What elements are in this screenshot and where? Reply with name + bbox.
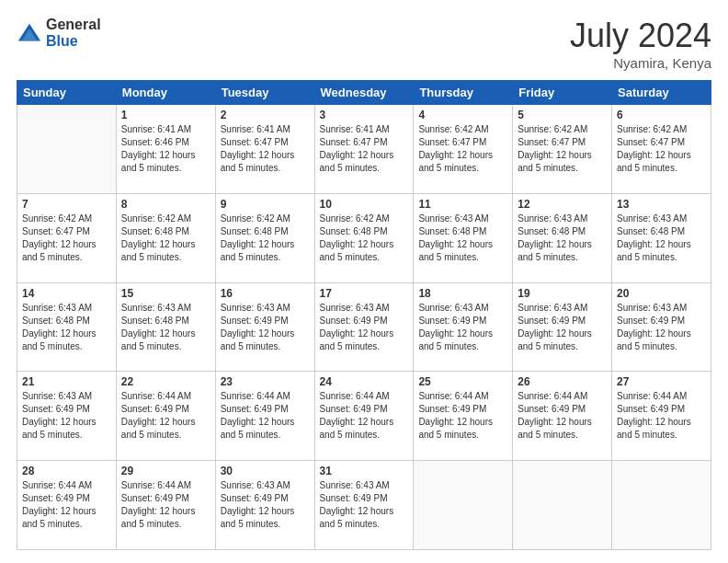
calendar-cell: 6Sunrise: 6:42 AMSunset: 6:47 PMDaylight… — [612, 105, 711, 194]
day-info: Sunrise: 6:42 AMSunset: 6:47 PMDaylight:… — [617, 123, 706, 175]
title-block: July 2024 Nyamira, Kenya — [570, 17, 711, 71]
day-info: Sunrise: 6:42 AMSunset: 6:48 PMDaylight:… — [121, 213, 210, 264]
day-number: 27 — [617, 375, 706, 388]
weekday-tuesday: Tuesday — [215, 81, 314, 105]
calendar-cell: 24Sunrise: 6:44 AMSunset: 6:49 PMDayligh… — [314, 372, 414, 461]
day-info: Sunrise: 6:43 AMSunset: 6:49 PMDaylight:… — [320, 302, 409, 353]
day-number: 12 — [518, 198, 607, 211]
day-number: 15 — [121, 287, 210, 300]
calendar-cell: 8Sunrise: 6:42 AMSunset: 6:48 PMDaylight… — [116, 193, 215, 282]
day-info: Sunrise: 6:43 AMSunset: 6:49 PMDaylight:… — [418, 302, 507, 353]
day-info: Sunrise: 6:44 AMSunset: 6:49 PMDaylight:… — [518, 390, 607, 442]
day-number: 24 — [320, 375, 409, 388]
day-number: 1 — [121, 109, 210, 121]
day-number: 2 — [221, 109, 310, 121]
calendar-cell: 7Sunrise: 6:42 AMSunset: 6:47 PMDaylight… — [17, 193, 117, 282]
calendar: Sunday Monday Tuesday Wednesday Thursday… — [17, 80, 711, 550]
calendar-cell: 31Sunrise: 6:43 AMSunset: 6:49 PMDayligh… — [314, 461, 414, 550]
day-number: 16 — [221, 287, 310, 300]
day-number: 6 — [617, 109, 706, 121]
day-number: 21 — [22, 375, 111, 388]
day-info: Sunrise: 6:42 AMSunset: 6:47 PMDaylight:… — [418, 123, 507, 175]
day-info: Sunrise: 6:44 AMSunset: 6:49 PMDaylight:… — [121, 390, 210, 442]
calendar-cell: 20Sunrise: 6:43 AMSunset: 6:49 PMDayligh… — [612, 282, 711, 372]
day-info: Sunrise: 6:43 AMSunset: 6:49 PMDaylight:… — [320, 479, 409, 531]
day-info: Sunrise: 6:42 AMSunset: 6:48 PMDaylight:… — [320, 213, 409, 264]
day-number: 19 — [518, 287, 607, 300]
calendar-cell — [17, 105, 117, 194]
calendar-cell: 18Sunrise: 6:43 AMSunset: 6:49 PMDayligh… — [414, 282, 513, 372]
logo-icon — [17, 20, 42, 46]
week-row-3: 21Sunrise: 6:43 AMSunset: 6:49 PMDayligh… — [17, 372, 711, 461]
day-info: Sunrise: 6:42 AMSunset: 6:48 PMDaylight:… — [221, 213, 310, 264]
calendar-cell: 15Sunrise: 6:43 AMSunset: 6:48 PMDayligh… — [116, 282, 215, 372]
day-info: Sunrise: 6:44 AMSunset: 6:49 PMDaylight:… — [121, 479, 210, 531]
week-row-2: 14Sunrise: 6:43 AMSunset: 6:48 PMDayligh… — [17, 282, 711, 372]
calendar-cell: 2Sunrise: 6:41 AMSunset: 6:47 PMDaylight… — [215, 105, 314, 194]
day-number: 14 — [22, 287, 111, 300]
weekday-thursday: Thursday — [414, 81, 513, 105]
calendar-cell — [612, 461, 711, 550]
day-number: 10 — [320, 198, 409, 211]
day-number: 3 — [320, 109, 409, 121]
day-number: 29 — [121, 465, 210, 477]
day-number: 11 — [418, 198, 507, 211]
day-info: Sunrise: 6:43 AMSunset: 6:48 PMDaylight:… — [121, 302, 210, 353]
logo: General Blue — [17, 17, 101, 49]
calendar-cell: 9Sunrise: 6:42 AMSunset: 6:48 PMDaylight… — [215, 193, 314, 282]
weekday-friday: Friday — [513, 81, 612, 105]
day-number: 28 — [22, 465, 111, 477]
calendar-cell: 27Sunrise: 6:44 AMSunset: 6:49 PMDayligh… — [612, 372, 711, 461]
day-info: Sunrise: 6:43 AMSunset: 6:49 PMDaylight:… — [221, 302, 310, 353]
week-row-4: 28Sunrise: 6:44 AMSunset: 6:49 PMDayligh… — [17, 461, 711, 550]
calendar-cell: 17Sunrise: 6:43 AMSunset: 6:49 PMDayligh… — [314, 282, 414, 372]
logo-text: General Blue — [46, 17, 101, 49]
weekday-wednesday: Wednesday — [314, 81, 414, 105]
day-info: Sunrise: 6:41 AMSunset: 6:46 PMDaylight:… — [121, 123, 210, 175]
header: General Blue July 2024 Nyamira, Kenya — [17, 17, 711, 71]
day-info: Sunrise: 6:43 AMSunset: 6:49 PMDaylight:… — [518, 302, 607, 353]
calendar-cell: 21Sunrise: 6:43 AMSunset: 6:49 PMDayligh… — [17, 372, 117, 461]
day-number: 30 — [221, 465, 310, 477]
subtitle: Nyamira, Kenya — [570, 55, 711, 71]
calendar-cell: 22Sunrise: 6:44 AMSunset: 6:49 PMDayligh… — [116, 372, 215, 461]
day-number: 23 — [221, 375, 310, 388]
calendar-cell — [414, 461, 513, 550]
day-info: Sunrise: 6:43 AMSunset: 6:48 PMDaylight:… — [518, 213, 607, 264]
day-number: 5 — [518, 109, 607, 121]
calendar-cell: 1Sunrise: 6:41 AMSunset: 6:46 PMDaylight… — [116, 105, 215, 194]
day-info: Sunrise: 6:43 AMSunset: 6:49 PMDaylight:… — [617, 302, 706, 353]
calendar-cell — [513, 461, 612, 550]
calendar-cell: 5Sunrise: 6:42 AMSunset: 6:47 PMDaylight… — [513, 105, 612, 194]
day-info: Sunrise: 6:44 AMSunset: 6:49 PMDaylight:… — [221, 390, 310, 442]
logo-general: General — [46, 17, 101, 33]
week-row-1: 7Sunrise: 6:42 AMSunset: 6:47 PMDaylight… — [17, 193, 711, 282]
weekday-row: Sunday Monday Tuesday Wednesday Thursday… — [17, 81, 711, 105]
calendar-cell: 12Sunrise: 6:43 AMSunset: 6:48 PMDayligh… — [513, 193, 612, 282]
day-number: 7 — [22, 198, 111, 211]
day-info: Sunrise: 6:42 AMSunset: 6:47 PMDaylight:… — [22, 213, 111, 264]
weekday-monday: Monday — [116, 81, 215, 105]
day-info: Sunrise: 6:42 AMSunset: 6:47 PMDaylight:… — [518, 123, 607, 175]
day-info: Sunrise: 6:41 AMSunset: 6:47 PMDaylight:… — [320, 123, 409, 175]
day-number: 31 — [320, 465, 409, 477]
main-title: July 2024 — [570, 17, 711, 55]
calendar-cell: 29Sunrise: 6:44 AMSunset: 6:49 PMDayligh… — [116, 461, 215, 550]
day-number: 18 — [418, 287, 507, 300]
day-info: Sunrise: 6:43 AMSunset: 6:48 PMDaylight:… — [617, 213, 706, 264]
day-info: Sunrise: 6:44 AMSunset: 6:49 PMDaylight:… — [320, 390, 409, 442]
calendar-cell: 28Sunrise: 6:44 AMSunset: 6:49 PMDayligh… — [17, 461, 117, 550]
calendar-cell: 25Sunrise: 6:44 AMSunset: 6:49 PMDayligh… — [414, 372, 513, 461]
calendar-cell: 16Sunrise: 6:43 AMSunset: 6:49 PMDayligh… — [215, 282, 314, 372]
weekday-saturday: Saturday — [612, 81, 711, 105]
day-info: Sunrise: 6:43 AMSunset: 6:49 PMDaylight:… — [22, 390, 111, 442]
calendar-cell: 10Sunrise: 6:42 AMSunset: 6:48 PMDayligh… — [314, 193, 414, 282]
day-number: 22 — [121, 375, 210, 388]
logo-blue: Blue — [46, 33, 101, 50]
calendar-cell: 26Sunrise: 6:44 AMSunset: 6:49 PMDayligh… — [513, 372, 612, 461]
day-number: 20 — [617, 287, 706, 300]
day-number: 26 — [518, 375, 607, 388]
calendar-cell: 14Sunrise: 6:43 AMSunset: 6:48 PMDayligh… — [17, 282, 117, 372]
day-info: Sunrise: 6:43 AMSunset: 6:48 PMDaylight:… — [418, 213, 507, 264]
weekday-sunday: Sunday — [17, 81, 117, 105]
